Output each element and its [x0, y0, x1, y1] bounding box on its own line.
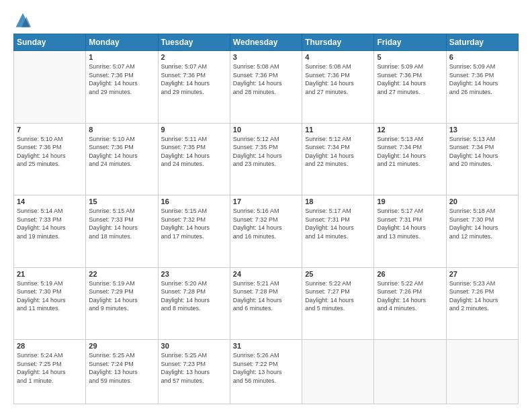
calendar-day-cell: 28Sunrise: 5:24 AM Sunset: 7:25 PM Dayli… [14, 340, 86, 404]
calendar-day-cell: 20Sunrise: 5:18 AM Sunset: 7:30 PM Dayli… [446, 195, 518, 268]
day-info: Sunrise: 5:17 AM Sunset: 7:31 PM Dayligh… [305, 207, 371, 240]
day-info: Sunrise: 5:10 AM Sunset: 7:36 PM Dayligh… [17, 135, 83, 169]
calendar-day-cell: 13Sunrise: 5:13 AM Sunset: 7:34 PM Dayli… [446, 123, 518, 195]
header [13, 11, 519, 30]
day-number: 10 [233, 126, 299, 134]
day-number: 30 [161, 342, 227, 350]
calendar-table: SundayMondayTuesdayWednesdayThursdayFrid… [13, 34, 519, 404]
day-info: Sunrise: 5:09 AM Sunset: 7:36 PM Dayligh… [377, 62, 443, 96]
calendar-day-cell: 24Sunrise: 5:21 AM Sunset: 7:28 PM Dayli… [230, 267, 302, 340]
calendar-day-cell: 27Sunrise: 5:23 AM Sunset: 7:26 PM Dayli… [446, 267, 518, 340]
calendar-day-cell: 15Sunrise: 5:15 AM Sunset: 7:33 PM Dayli… [86, 195, 158, 268]
day-number: 13 [449, 126, 515, 134]
day-info: Sunrise: 5:16 AM Sunset: 7:32 PM Dayligh… [233, 207, 299, 240]
day-info: Sunrise: 5:07 AM Sunset: 7:36 PM Dayligh… [89, 62, 154, 96]
calendar-week-row: 1Sunrise: 5:07 AM Sunset: 7:36 PM Daylig… [14, 51, 519, 124]
header-day-friday: Friday [374, 34, 446, 51]
header-day-monday: Monday [86, 34, 158, 51]
calendar-day-cell: 30Sunrise: 5:25 AM Sunset: 7:23 PM Dayli… [158, 340, 230, 404]
calendar-day-cell: 5Sunrise: 5:09 AM Sunset: 7:36 PM Daylig… [374, 51, 446, 124]
calendar-day-cell: 3Sunrise: 5:08 AM Sunset: 7:36 PM Daylig… [230, 51, 302, 124]
day-number: 31 [233, 342, 299, 350]
day-number: 18 [305, 197, 371, 205]
day-number: 15 [89, 197, 154, 205]
day-number: 8 [89, 126, 154, 134]
day-info: Sunrise: 5:08 AM Sunset: 7:36 PM Dayligh… [305, 62, 371, 96]
day-number: 12 [377, 126, 443, 134]
day-number: 9 [161, 126, 227, 134]
day-number: 22 [89, 270, 154, 278]
day-info: Sunrise: 5:08 AM Sunset: 7:36 PM Dayligh… [233, 62, 299, 96]
day-info: Sunrise: 5:13 AM Sunset: 7:34 PM Dayligh… [377, 135, 443, 169]
day-number: 1 [89, 53, 154, 61]
day-number: 4 [305, 53, 371, 61]
day-info: Sunrise: 5:25 AM Sunset: 7:23 PM Dayligh… [161, 351, 227, 385]
day-info: Sunrise: 5:23 AM Sunset: 7:26 PM Dayligh… [449, 279, 515, 313]
day-info: Sunrise: 5:13 AM Sunset: 7:34 PM Dayligh… [449, 135, 515, 169]
calendar-day-cell [14, 51, 86, 124]
day-number: 28 [17, 342, 83, 350]
day-info: Sunrise: 5:26 AM Sunset: 7:22 PM Dayligh… [233, 351, 299, 385]
calendar-week-row: 28Sunrise: 5:24 AM Sunset: 7:25 PM Dayli… [14, 340, 519, 404]
calendar-week-row: 21Sunrise: 5:19 AM Sunset: 7:30 PM Dayli… [14, 267, 519, 340]
calendar-day-cell [446, 340, 518, 404]
calendar-day-cell: 29Sunrise: 5:25 AM Sunset: 7:24 PM Dayli… [86, 340, 158, 404]
day-info: Sunrise: 5:12 AM Sunset: 7:34 PM Dayligh… [305, 135, 371, 169]
calendar-day-cell: 21Sunrise: 5:19 AM Sunset: 7:30 PM Dayli… [14, 267, 86, 340]
calendar-day-cell: 2Sunrise: 5:07 AM Sunset: 7:36 PM Daylig… [158, 51, 230, 124]
header-day-sunday: Sunday [14, 34, 86, 51]
day-info: Sunrise: 5:19 AM Sunset: 7:30 PM Dayligh… [17, 279, 83, 313]
logo-icon [13, 11, 32, 30]
calendar-day-cell: 14Sunrise: 5:14 AM Sunset: 7:33 PM Dayli… [14, 195, 86, 268]
day-info: Sunrise: 5:25 AM Sunset: 7:24 PM Dayligh… [89, 351, 154, 385]
calendar-day-cell: 31Sunrise: 5:26 AM Sunset: 7:22 PM Dayli… [230, 340, 302, 404]
day-number: 2 [161, 53, 227, 61]
day-number: 5 [377, 53, 443, 61]
calendar-day-cell: 17Sunrise: 5:16 AM Sunset: 7:32 PM Dayli… [230, 195, 302, 268]
calendar-day-cell [302, 340, 374, 404]
day-info: Sunrise: 5:21 AM Sunset: 7:28 PM Dayligh… [233, 279, 299, 313]
day-info: Sunrise: 5:20 AM Sunset: 7:28 PM Dayligh… [161, 279, 227, 313]
logo [13, 11, 35, 30]
calendar-day-cell: 23Sunrise: 5:20 AM Sunset: 7:28 PM Dayli… [158, 267, 230, 340]
day-number: 26 [377, 270, 443, 278]
calendar-day-cell: 1Sunrise: 5:07 AM Sunset: 7:36 PM Daylig… [86, 51, 158, 124]
calendar-day-cell: 25Sunrise: 5:22 AM Sunset: 7:27 PM Dayli… [302, 267, 374, 340]
day-number: 16 [161, 197, 227, 205]
day-info: Sunrise: 5:15 AM Sunset: 7:33 PM Dayligh… [89, 207, 154, 240]
calendar-week-row: 14Sunrise: 5:14 AM Sunset: 7:33 PM Dayli… [14, 195, 519, 268]
day-info: Sunrise: 5:12 AM Sunset: 7:35 PM Dayligh… [233, 135, 299, 169]
day-info: Sunrise: 5:07 AM Sunset: 7:36 PM Dayligh… [161, 62, 227, 96]
calendar-day-cell: 19Sunrise: 5:17 AM Sunset: 7:31 PM Dayli… [374, 195, 446, 268]
day-number: 24 [233, 270, 299, 278]
day-info: Sunrise: 5:09 AM Sunset: 7:36 PM Dayligh… [449, 62, 515, 96]
calendar-day-cell: 9Sunrise: 5:11 AM Sunset: 7:35 PM Daylig… [158, 123, 230, 195]
day-info: Sunrise: 5:15 AM Sunset: 7:32 PM Dayligh… [161, 207, 227, 240]
day-info: Sunrise: 5:11 AM Sunset: 7:35 PM Dayligh… [161, 135, 227, 169]
day-number: 23 [161, 270, 227, 278]
calendar-day-cell: 22Sunrise: 5:19 AM Sunset: 7:29 PM Dayli… [86, 267, 158, 340]
calendar-day-cell: 26Sunrise: 5:22 AM Sunset: 7:26 PM Dayli… [374, 267, 446, 340]
day-info: Sunrise: 5:18 AM Sunset: 7:30 PM Dayligh… [449, 207, 515, 240]
calendar-day-cell: 10Sunrise: 5:12 AM Sunset: 7:35 PM Dayli… [230, 123, 302, 195]
calendar-day-cell: 8Sunrise: 5:10 AM Sunset: 7:36 PM Daylig… [86, 123, 158, 195]
day-number: 27 [449, 270, 515, 278]
day-info: Sunrise: 5:14 AM Sunset: 7:33 PM Dayligh… [17, 207, 83, 240]
day-number: 3 [233, 53, 299, 61]
calendar-day-cell: 18Sunrise: 5:17 AM Sunset: 7:31 PM Dayli… [302, 195, 374, 268]
day-number: 20 [449, 197, 515, 205]
page: SundayMondayTuesdayWednesdayThursdayFrid… [0, 0, 532, 411]
day-number: 11 [305, 126, 371, 134]
calendar-week-row: 7Sunrise: 5:10 AM Sunset: 7:36 PM Daylig… [14, 123, 519, 195]
header-day-wednesday: Wednesday [230, 34, 302, 51]
day-number: 29 [89, 342, 154, 350]
day-number: 25 [305, 270, 371, 278]
day-number: 21 [17, 270, 83, 278]
day-info: Sunrise: 5:17 AM Sunset: 7:31 PM Dayligh… [377, 207, 443, 240]
day-number: 17 [233, 197, 299, 205]
calendar-day-cell: 11Sunrise: 5:12 AM Sunset: 7:34 PM Dayli… [302, 123, 374, 195]
day-number: 14 [17, 197, 83, 205]
day-info: Sunrise: 5:10 AM Sunset: 7:36 PM Dayligh… [89, 135, 154, 169]
day-info: Sunrise: 5:22 AM Sunset: 7:26 PM Dayligh… [377, 279, 443, 313]
header-day-thursday: Thursday [302, 34, 374, 51]
